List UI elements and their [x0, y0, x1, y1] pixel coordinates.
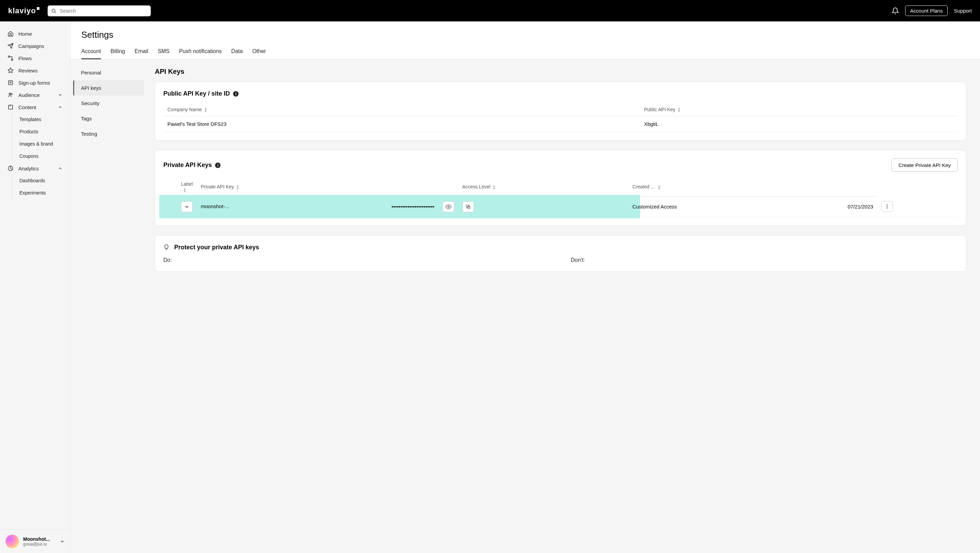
sidebar-sub-coupons[interactable]: Coupons: [12, 150, 70, 162]
sidebar-sub-experiments[interactable]: Experiments: [12, 187, 70, 199]
protect-title: Protect your private API keys: [174, 244, 259, 251]
reveal-key-button[interactable]: [443, 201, 454, 212]
support-link[interactable]: Support: [954, 8, 972, 14]
chevron-down-icon: [58, 92, 63, 97]
sidebar-item-campaigns[interactable]: Campaigns: [0, 40, 70, 52]
sidebar-footer[interactable]: Moonshot... gosia@juo.io: [0, 529, 70, 553]
copy-icon: [466, 204, 471, 210]
col-company[interactable]: Company Name▲▼: [163, 103, 640, 116]
table-row: moonshot-... ••••••••••••••••••••••••: [163, 196, 958, 217]
inner-layout: Personal API keys Security Tags Testing …: [70, 59, 980, 553]
protect-card: Protect your private API keys Do: Don't:: [155, 235, 966, 272]
expand-row-button[interactable]: [181, 201, 192, 212]
svg-point-0: [52, 9, 55, 12]
col-private-key[interactable]: Private API Key▲▼: [197, 178, 387, 196]
sidebar-item-analytics[interactable]: Analytics: [0, 162, 70, 175]
sidebar-item-reviews[interactable]: Reviews: [0, 64, 70, 76]
row-menu-button[interactable]: [881, 201, 893, 212]
form-icon: [8, 79, 14, 86]
chevron-up-icon: [58, 105, 63, 110]
table-row: Pawel's Test Store DFS23 XbgtiL: [163, 116, 958, 132]
lightbulb-icon: [163, 244, 169, 250]
col-label: Public API Key: [644, 107, 675, 112]
card-head: Private API Keys i Create Private API Ke…: [163, 159, 958, 172]
svg-point-16: [887, 204, 888, 205]
card-head: Public API Key / site ID i: [163, 90, 958, 97]
info-icon[interactable]: i: [233, 91, 239, 97]
tab-account[interactable]: Account: [81, 44, 101, 59]
subnav: Personal API keys Security Tags Testing: [70, 59, 147, 553]
col-label-text: Access Level: [463, 184, 490, 189]
logo-square-icon: [37, 7, 40, 10]
main: Home Campaigns Flows Reviews Sign-up for…: [0, 21, 980, 553]
col-label-text: Created …: [632, 184, 655, 189]
subnav-api-keys[interactable]: API keys: [73, 80, 144, 95]
send-icon: [8, 43, 14, 49]
sidebar-sub-products[interactable]: Products: [12, 126, 70, 138]
tab-sms[interactable]: SMS: [158, 44, 170, 59]
sidebar-item-label: Analytics: [18, 165, 39, 172]
public-api-card: Public API Key / site ID i Company Name▲…: [155, 82, 966, 140]
sidebar-sub-templates[interactable]: Templates: [12, 113, 70, 126]
subnav-security[interactable]: Security: [73, 95, 144, 111]
sidebar-item-label: Home: [18, 31, 32, 37]
cell-masked-key: ••••••••••••••••••••••••: [388, 196, 439, 217]
people-icon: [8, 92, 14, 98]
kebab-icon: [885, 204, 890, 209]
sidebar-sub-images-brand[interactable]: Images & brand: [12, 138, 70, 150]
copy-key-button[interactable]: [463, 201, 474, 212]
col-label: Company Name: [167, 107, 202, 112]
col-label[interactable]: Label▲▼: [177, 178, 197, 196]
chevron-up-icon: [58, 166, 63, 171]
sidebar-item-home[interactable]: Home: [0, 27, 70, 40]
sidebar-item-signup-forms[interactable]: Sign-up forms: [0, 76, 70, 89]
col-label-text: Private API Key: [201, 184, 234, 189]
svg-point-2: [8, 56, 10, 57]
sidebar-item-flows[interactable]: Flows: [0, 52, 70, 64]
subnav-tags[interactable]: Tags: [73, 111, 144, 126]
sidebar-item-label: Reviews: [18, 68, 38, 73]
tab-email[interactable]: Email: [135, 44, 148, 59]
notifications-icon[interactable]: [891, 7, 899, 14]
account-plans-button[interactable]: Account Plans: [905, 5, 948, 16]
svg-point-9: [11, 94, 12, 95]
tabs: Account Billing Email SMS Push notificat…: [70, 44, 980, 59]
svg-point-3: [11, 59, 13, 60]
subnav-testing[interactable]: Testing: [73, 126, 144, 141]
info-icon[interactable]: i: [215, 162, 221, 168]
cell-access: Customized Access: [628, 196, 843, 217]
sidebar-item-audience[interactable]: Audience: [0, 89, 70, 101]
sidebar-item-label: Campaigns: [18, 43, 44, 49]
home-icon: [8, 30, 14, 37]
search-icon: [51, 8, 56, 14]
private-key-table: Label▲▼ Private API Key▲▼ Access Level▲▼…: [163, 178, 958, 217]
public-card-title: Public API Key / site ID: [163, 90, 230, 97]
content: Settings Account Billing Email SMS Push …: [70, 21, 980, 553]
page-title: Settings: [70, 21, 980, 44]
cell-public-key: XbgtiL: [640, 116, 958, 132]
protect-head: Protect your private API keys: [163, 244, 958, 251]
tab-other[interactable]: Other: [252, 44, 266, 59]
user-email: gosia@juo.io: [23, 542, 50, 547]
cell-created: 07/21/2023: [843, 196, 877, 217]
sidebar-item-content[interactable]: Content: [0, 101, 70, 113]
col-public-key[interactable]: Public API Key▲▼: [640, 103, 958, 116]
tab-data[interactable]: Data: [231, 44, 243, 59]
star-icon: [8, 67, 14, 73]
col-access[interactable]: Access Level▲▼: [458, 178, 628, 196]
search-input[interactable]: [48, 5, 151, 16]
do-col: Do:: [163, 257, 550, 263]
tab-billing[interactable]: Billing: [111, 44, 125, 59]
create-private-key-button[interactable]: Create Private API Key: [891, 159, 958, 172]
sort-icon: ▲▼: [657, 185, 661, 190]
col-created[interactable]: Created …▲▼: [628, 178, 843, 196]
subnav-personal[interactable]: Personal: [73, 65, 144, 80]
svg-point-17: [887, 206, 888, 207]
user-info: Moonshot... gosia@juo.io: [23, 536, 50, 547]
chevron-down-icon: [184, 204, 189, 210]
svg-rect-10: [8, 105, 13, 109]
tab-push[interactable]: Push notifications: [179, 44, 221, 59]
cell-label: moonshot-...: [201, 203, 229, 209]
eye-icon: [445, 204, 452, 210]
sidebar-sub-dashboards[interactable]: Dashboards: [12, 175, 70, 187]
